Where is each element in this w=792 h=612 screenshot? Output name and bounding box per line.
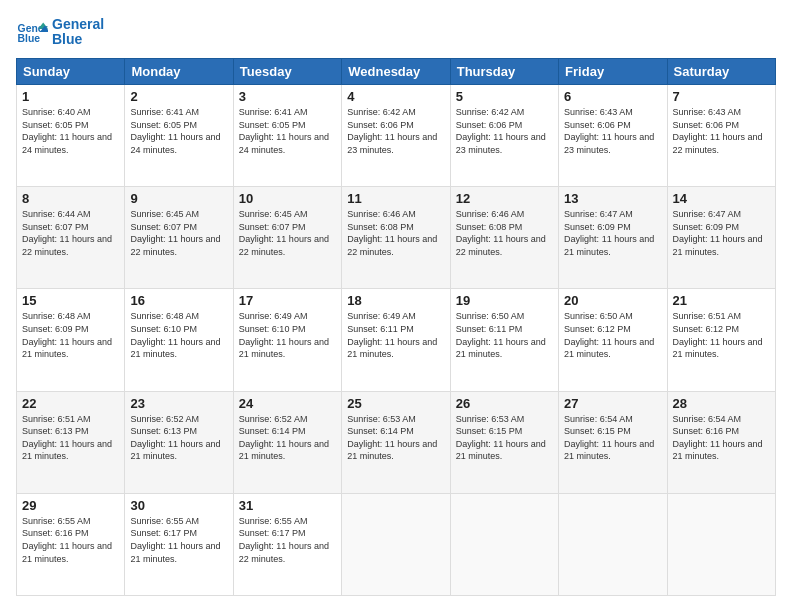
day-number: 12: [456, 191, 553, 206]
day-number: 5: [456, 89, 553, 104]
calendar-week-5: 29 Sunrise: 6:55 AM Sunset: 6:16 PM Dayl…: [17, 493, 776, 595]
day-number: 19: [456, 293, 553, 308]
day-number: 22: [22, 396, 119, 411]
logo-icon: General Blue: [16, 16, 48, 48]
day-info: Sunrise: 6:48 AM Sunset: 6:10 PM Dayligh…: [130, 310, 227, 360]
calendar-cell: 15 Sunrise: 6:48 AM Sunset: 6:09 PM Dayl…: [17, 289, 125, 391]
calendar-cell: 8 Sunrise: 6:44 AM Sunset: 6:07 PM Dayli…: [17, 187, 125, 289]
calendar-cell: [342, 493, 450, 595]
day-info: Sunrise: 6:52 AM Sunset: 6:13 PM Dayligh…: [130, 413, 227, 463]
column-header-wednesday: Wednesday: [342, 59, 450, 85]
svg-text:Blue: Blue: [18, 33, 41, 44]
calendar-cell: 4 Sunrise: 6:42 AM Sunset: 6:06 PM Dayli…: [342, 85, 450, 187]
day-number: 18: [347, 293, 444, 308]
day-number: 31: [239, 498, 336, 513]
day-number: 28: [673, 396, 770, 411]
calendar-cell: 25 Sunrise: 6:53 AM Sunset: 6:14 PM Dayl…: [342, 391, 450, 493]
day-info: Sunrise: 6:51 AM Sunset: 6:13 PM Dayligh…: [22, 413, 119, 463]
day-info: Sunrise: 6:45 AM Sunset: 6:07 PM Dayligh…: [130, 208, 227, 258]
day-info: Sunrise: 6:46 AM Sunset: 6:08 PM Dayligh…: [347, 208, 444, 258]
calendar-cell: 3 Sunrise: 6:41 AM Sunset: 6:05 PM Dayli…: [233, 85, 341, 187]
day-info: Sunrise: 6:47 AM Sunset: 6:09 PM Dayligh…: [564, 208, 661, 258]
calendar-cell: 19 Sunrise: 6:50 AM Sunset: 6:11 PM Dayl…: [450, 289, 558, 391]
header: General Blue General Blue: [16, 16, 776, 48]
day-info: Sunrise: 6:47 AM Sunset: 6:09 PM Dayligh…: [673, 208, 770, 258]
column-header-sunday: Sunday: [17, 59, 125, 85]
calendar-cell: 24 Sunrise: 6:52 AM Sunset: 6:14 PM Dayl…: [233, 391, 341, 493]
day-info: Sunrise: 6:43 AM Sunset: 6:06 PM Dayligh…: [564, 106, 661, 156]
day-number: 11: [347, 191, 444, 206]
column-header-thursday: Thursday: [450, 59, 558, 85]
day-number: 23: [130, 396, 227, 411]
day-info: Sunrise: 6:54 AM Sunset: 6:15 PM Dayligh…: [564, 413, 661, 463]
day-info: Sunrise: 6:45 AM Sunset: 6:07 PM Dayligh…: [239, 208, 336, 258]
calendar-cell: 29 Sunrise: 6:55 AM Sunset: 6:16 PM Dayl…: [17, 493, 125, 595]
calendar-cell: 9 Sunrise: 6:45 AM Sunset: 6:07 PM Dayli…: [125, 187, 233, 289]
calendar-cell: 12 Sunrise: 6:46 AM Sunset: 6:08 PM Dayl…: [450, 187, 558, 289]
logo-text: General Blue: [52, 17, 104, 48]
day-info: Sunrise: 6:55 AM Sunset: 6:17 PM Dayligh…: [130, 515, 227, 565]
day-number: 21: [673, 293, 770, 308]
calendar-cell: 2 Sunrise: 6:41 AM Sunset: 6:05 PM Dayli…: [125, 85, 233, 187]
calendar-cell: 11 Sunrise: 6:46 AM Sunset: 6:08 PM Dayl…: [342, 187, 450, 289]
day-info: Sunrise: 6:54 AM Sunset: 6:16 PM Dayligh…: [673, 413, 770, 463]
day-number: 6: [564, 89, 661, 104]
day-number: 26: [456, 396, 553, 411]
column-header-friday: Friday: [559, 59, 667, 85]
day-number: 3: [239, 89, 336, 104]
calendar-header-row: SundayMondayTuesdayWednesdayThursdayFrid…: [17, 59, 776, 85]
day-info: Sunrise: 6:41 AM Sunset: 6:05 PM Dayligh…: [130, 106, 227, 156]
day-number: 25: [347, 396, 444, 411]
day-info: Sunrise: 6:49 AM Sunset: 6:10 PM Dayligh…: [239, 310, 336, 360]
day-number: 16: [130, 293, 227, 308]
day-number: 29: [22, 498, 119, 513]
day-info: Sunrise: 6:44 AM Sunset: 6:07 PM Dayligh…: [22, 208, 119, 258]
day-info: Sunrise: 6:42 AM Sunset: 6:06 PM Dayligh…: [347, 106, 444, 156]
day-number: 1: [22, 89, 119, 104]
day-number: 17: [239, 293, 336, 308]
calendar-cell: 30 Sunrise: 6:55 AM Sunset: 6:17 PM Dayl…: [125, 493, 233, 595]
day-info: Sunrise: 6:55 AM Sunset: 6:17 PM Dayligh…: [239, 515, 336, 565]
day-info: Sunrise: 6:53 AM Sunset: 6:14 PM Dayligh…: [347, 413, 444, 463]
calendar-cell: 6 Sunrise: 6:43 AM Sunset: 6:06 PM Dayli…: [559, 85, 667, 187]
calendar-cell: 31 Sunrise: 6:55 AM Sunset: 6:17 PM Dayl…: [233, 493, 341, 595]
calendar-cell: 14 Sunrise: 6:47 AM Sunset: 6:09 PM Dayl…: [667, 187, 775, 289]
day-number: 2: [130, 89, 227, 104]
day-info: Sunrise: 6:53 AM Sunset: 6:15 PM Dayligh…: [456, 413, 553, 463]
calendar-cell: 21 Sunrise: 6:51 AM Sunset: 6:12 PM Dayl…: [667, 289, 775, 391]
day-info: Sunrise: 6:50 AM Sunset: 6:12 PM Dayligh…: [564, 310, 661, 360]
day-info: Sunrise: 6:52 AM Sunset: 6:14 PM Dayligh…: [239, 413, 336, 463]
calendar-week-2: 8 Sunrise: 6:44 AM Sunset: 6:07 PM Dayli…: [17, 187, 776, 289]
day-info: Sunrise: 6:43 AM Sunset: 6:06 PM Dayligh…: [673, 106, 770, 156]
day-info: Sunrise: 6:46 AM Sunset: 6:08 PM Dayligh…: [456, 208, 553, 258]
logo: General Blue General Blue: [16, 16, 104, 48]
day-info: Sunrise: 6:49 AM Sunset: 6:11 PM Dayligh…: [347, 310, 444, 360]
calendar-cell: 10 Sunrise: 6:45 AM Sunset: 6:07 PM Dayl…: [233, 187, 341, 289]
calendar-cell: 1 Sunrise: 6:40 AM Sunset: 6:05 PM Dayli…: [17, 85, 125, 187]
day-number: 4: [347, 89, 444, 104]
calendar-cell: 13 Sunrise: 6:47 AM Sunset: 6:09 PM Dayl…: [559, 187, 667, 289]
day-info: Sunrise: 6:48 AM Sunset: 6:09 PM Dayligh…: [22, 310, 119, 360]
calendar-cell: [450, 493, 558, 595]
calendar-cell: 23 Sunrise: 6:52 AM Sunset: 6:13 PM Dayl…: [125, 391, 233, 493]
day-info: Sunrise: 6:41 AM Sunset: 6:05 PM Dayligh…: [239, 106, 336, 156]
calendar-week-3: 15 Sunrise: 6:48 AM Sunset: 6:09 PM Dayl…: [17, 289, 776, 391]
calendar-cell: 27 Sunrise: 6:54 AM Sunset: 6:15 PM Dayl…: [559, 391, 667, 493]
day-info: Sunrise: 6:40 AM Sunset: 6:05 PM Dayligh…: [22, 106, 119, 156]
day-number: 24: [239, 396, 336, 411]
day-number: 9: [130, 191, 227, 206]
day-number: 15: [22, 293, 119, 308]
column-header-saturday: Saturday: [667, 59, 775, 85]
day-info: Sunrise: 6:50 AM Sunset: 6:11 PM Dayligh…: [456, 310, 553, 360]
day-number: 30: [130, 498, 227, 513]
day-number: 20: [564, 293, 661, 308]
calendar-cell: [559, 493, 667, 595]
column-header-tuesday: Tuesday: [233, 59, 341, 85]
day-number: 8: [22, 191, 119, 206]
calendar-cell: 28 Sunrise: 6:54 AM Sunset: 6:16 PM Dayl…: [667, 391, 775, 493]
calendar-cell: [667, 493, 775, 595]
calendar-cell: 18 Sunrise: 6:49 AM Sunset: 6:11 PM Dayl…: [342, 289, 450, 391]
calendar-body: 1 Sunrise: 6:40 AM Sunset: 6:05 PM Dayli…: [17, 85, 776, 596]
calendar-cell: 26 Sunrise: 6:53 AM Sunset: 6:15 PM Dayl…: [450, 391, 558, 493]
calendar-cell: 5 Sunrise: 6:42 AM Sunset: 6:06 PM Dayli…: [450, 85, 558, 187]
